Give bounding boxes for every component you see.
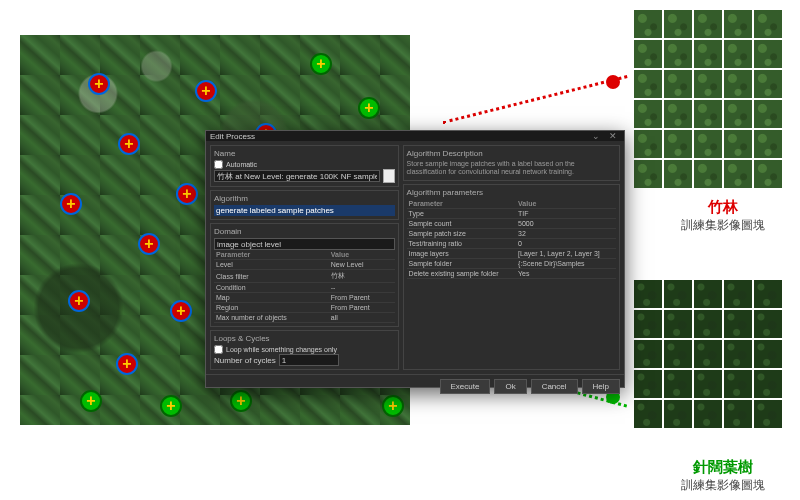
sample-point-red[interactable]: + [195,80,217,102]
sample-point-red[interactable]: + [138,233,160,255]
patch-cell [694,280,722,308]
help-button[interactable]: Help [582,379,620,394]
algorithm-group: Algorithm generate labeled sample patche… [210,190,399,220]
automatic-checkbox[interactable]: Automatic [214,160,395,169]
table-row[interactable]: Sample count5000 [407,218,616,228]
patch-cell [754,400,782,428]
patch-cell [754,310,782,338]
group-label: Name [214,149,395,158]
table-row[interactable]: Condition-- [214,283,395,293]
group-label: Algorithm Description [407,149,616,158]
grid-subtitle: 訓練集影像圖塊 [681,477,765,494]
algo-params-group: Algorithm parameters Parameter Value Typ… [403,184,620,370]
patch-cell [664,70,692,98]
patch-cell [754,40,782,68]
patch-cell [664,10,692,38]
sample-point-green[interactable]: + [160,395,182,417]
patch-cell [634,70,662,98]
patch-cell [634,100,662,128]
sample-point-red[interactable]: + [68,290,90,312]
ok-button[interactable]: Ok [494,379,526,394]
patch-cell [664,340,692,368]
patch-cell [664,160,692,188]
domain-level-select[interactable] [214,238,395,250]
patch-cell [634,10,662,38]
sample-point-green[interactable]: + [382,395,404,417]
table-row[interactable]: Max number of objectsall [214,313,395,323]
sample-point-red[interactable]: + [118,133,140,155]
dialog-titlebar[interactable]: Edit Process ⌄ ✕ [206,131,624,141]
table-row[interactable]: Class filter竹林 [214,270,395,283]
patch-cell [724,70,752,98]
execute-button[interactable]: Execute [440,379,491,394]
patch-cell [634,370,662,398]
col-value: Value [516,199,616,209]
col-param: Parameter [407,199,516,209]
patch-cell [694,160,722,188]
patch-cell [634,160,662,188]
patch-cell [724,100,752,128]
sample-point-red[interactable]: + [176,183,198,205]
patch-cell [664,40,692,68]
algorithm-select[interactable]: generate labeled sample patches [214,205,395,216]
patch-grid-bamboo [634,10,782,188]
patch-grid-conifer [634,280,782,428]
sample-point-red[interactable]: + [170,300,192,322]
group-label: Loops & Cycles [214,334,395,343]
sample-point-green[interactable]: + [310,53,332,75]
connector-red [442,75,627,124]
patch-cell [664,310,692,338]
patch-cell [754,160,782,188]
patch-cell [634,400,662,428]
edit-process-dialog: Edit Process ⌄ ✕ Name Automatic Algorith… [205,130,625,388]
table-row[interactable]: LevelNew Level [214,260,395,270]
process-name-input[interactable] [214,170,380,182]
patch-cell [724,40,752,68]
dialog-title: Edit Process [210,132,255,141]
table-row[interactable]: Test/training ratio0 [407,238,616,248]
patch-cell [754,10,782,38]
grid-label-bamboo: 竹林 訓練集影像圖塊 [681,198,765,234]
patch-cell [634,310,662,338]
sample-point-red[interactable]: + [60,193,82,215]
patch-cell [664,100,692,128]
table-row[interactable]: MapFrom Parent [214,293,395,303]
patch-cell [634,130,662,158]
group-label: Algorithm parameters [407,188,616,197]
legend-dot-red [606,75,620,89]
table-row[interactable]: TypeTIF [407,208,616,218]
patch-cell [754,280,782,308]
sample-point-green[interactable]: + [80,390,102,412]
patch-cell [694,40,722,68]
patch-cell [754,370,782,398]
patch-cell [694,310,722,338]
patch-cell [664,370,692,398]
algo-params-table: Parameter Value TypeTIFSample count5000S… [407,199,616,279]
patch-cell [694,370,722,398]
cycles-label: Number of cycles [214,356,276,365]
table-row[interactable]: Sample patch size32 [407,228,616,238]
table-row[interactable]: Delete existing sample folderYes [407,268,616,278]
table-row[interactable]: RegionFrom Parent [214,303,395,313]
sample-point-red[interactable]: + [88,73,110,95]
patch-cell [664,400,692,428]
automatic-check-input[interactable] [214,160,223,169]
col-param: Parameter [214,250,329,260]
document-icon[interactable] [383,169,394,183]
patch-cell [754,70,782,98]
patch-cell [724,280,752,308]
patch-cell [694,100,722,128]
table-row[interactable]: Image layers[Layer 1, Layer 2, Layer 3] [407,248,616,258]
patch-cell [724,310,752,338]
loops-check-input[interactable] [214,345,223,354]
window-controls[interactable]: ⌄ ✕ [592,131,620,141]
table-row[interactable]: Sample folder{:Scene Dir}\Samples [407,258,616,268]
loops-checkbox[interactable]: Loop while something changes only [214,345,395,354]
patch-cell [664,280,692,308]
dialog-buttons: Execute Ok Cancel Help [206,374,624,398]
cycles-input[interactable] [279,354,339,366]
sample-point-green[interactable]: + [358,97,380,119]
patch-cell [694,10,722,38]
sample-point-red[interactable]: + [116,353,138,375]
cancel-button[interactable]: Cancel [531,379,578,394]
